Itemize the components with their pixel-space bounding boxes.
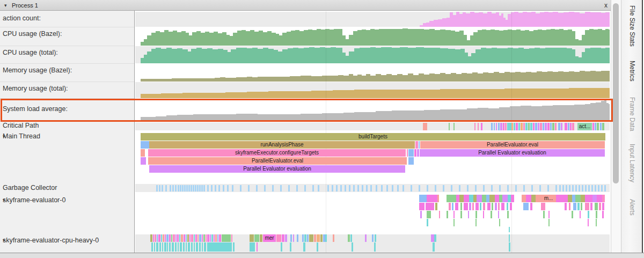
trace-slice[interactable] (162, 185, 163, 191)
trace-slice[interactable] (197, 185, 199, 191)
trace-slice[interactable] (187, 234, 189, 242)
trace-slice[interactable] (498, 203, 500, 210)
trace-slice[interactable] (595, 185, 596, 191)
trace-slice[interactable] (282, 234, 284, 242)
trace-slice[interactable] (561, 123, 562, 130)
trace-slice[interactable] (434, 234, 436, 242)
trace-slice[interactable] (559, 185, 561, 191)
trace-slice[interactable] (523, 185, 525, 191)
trace-slice[interactable] (318, 185, 319, 191)
trace-slice[interactable] (427, 195, 437, 202)
trace-slice[interactable] (507, 203, 508, 210)
trace-slice[interactable] (459, 195, 464, 202)
trace-slice[interactable] (211, 185, 213, 191)
trace-slice[interactable] (397, 185, 399, 191)
trace-slice[interactable] (202, 234, 203, 242)
trace-slice[interactable] (565, 203, 567, 210)
trace-slice[interactable] (453, 123, 455, 130)
trace-slice[interactable] (175, 242, 177, 252)
trace-slice[interactable] (596, 211, 597, 218)
trace-slice[interactable] (281, 242, 282, 252)
trace-slice[interactable] (201, 185, 203, 191)
trace-slice[interactable] (487, 203, 491, 210)
trace-slice[interactable] (474, 123, 475, 130)
trace-slice[interactable] (312, 185, 314, 191)
trace-slice[interactable] (350, 234, 352, 242)
trace-slice[interactable] (250, 234, 254, 242)
trace-slice[interactable] (186, 242, 187, 252)
trace-slice[interactable] (411, 185, 412, 191)
trace-slice[interactable] (317, 242, 318, 252)
trace-slice[interactable] (467, 185, 469, 191)
trace-slice[interactable] (155, 234, 156, 242)
trace-slice[interactable] (498, 123, 500, 130)
trace-slice[interactable] (186, 185, 188, 191)
trace-slice[interactable] (231, 234, 232, 242)
trace-slice[interactable] (250, 242, 255, 252)
trace-slice[interactable] (240, 185, 241, 191)
trace-slice[interactable] (435, 185, 436, 191)
trace-slice[interactable] (460, 211, 462, 218)
trace-slice[interactable] (420, 211, 422, 218)
trace-slice[interactable] (602, 195, 605, 202)
trace-slice[interactable] (161, 234, 162, 242)
trace-slice[interactable] (491, 123, 493, 130)
trace-slice[interactable] (196, 242, 198, 252)
trace-slice[interactable] (475, 185, 477, 191)
trace-slice[interactable] (547, 123, 550, 130)
trace-slice[interactable] (156, 185, 158, 191)
trace-slice[interactable] (523, 123, 525, 130)
trace-slice[interactable] (577, 203, 580, 210)
trace-slice-labeled[interactable]: m... (541, 195, 556, 202)
counter-track[interactable] (135, 64, 610, 82)
trace-slice[interactable] (352, 242, 353, 252)
trace-slice[interactable] (333, 234, 334, 242)
trace-slice[interactable] (184, 185, 186, 191)
trace-slice[interactable] (264, 185, 266, 191)
trace-slice[interactable] (581, 203, 582, 210)
trace-slice[interactable] (575, 195, 581, 202)
trace-slice[interactable] (469, 203, 471, 210)
trace-slice[interactable] (580, 211, 581, 218)
trace-slice[interactable] (464, 203, 468, 210)
trace-slice[interactable] (447, 195, 456, 202)
trace-slice[interactable] (478, 123, 479, 130)
trace-slice[interactable] (483, 203, 485, 210)
trace-slice[interactable] (588, 185, 590, 191)
trace-slice[interactable] (572, 185, 574, 191)
trace-slice[interactable] (540, 123, 542, 130)
trace-slice[interactable] (217, 234, 218, 242)
trace-slice[interactable] (495, 203, 497, 210)
trace-slice[interactable] (257, 242, 258, 252)
trace-slice[interactable] (327, 185, 329, 191)
trace-slice[interactable] (141, 157, 146, 165)
process-header[interactable]: ▾ Process 1 x (0, 0, 611, 11)
trace-slice[interactable] (177, 234, 179, 242)
trace-slice[interactable] (575, 185, 577, 191)
trace-slice[interactable] (304, 234, 306, 242)
trace-slice[interactable] (600, 123, 602, 130)
trace-slice[interactable] (207, 242, 232, 252)
trace-slice[interactable] (595, 123, 596, 130)
trace-slice[interactable] (392, 185, 393, 191)
trace-slice[interactable] (372, 234, 374, 242)
trace-slice[interactable] (276, 234, 281, 242)
trace-slice[interactable] (211, 234, 213, 242)
trace-slice[interactable] (588, 211, 589, 218)
trace-slice[interactable] (439, 211, 440, 218)
trace-slice[interactable] (475, 219, 477, 226)
trace-slice[interactable] (182, 185, 184, 191)
trace-slice[interactable] (293, 234, 294, 242)
trace-slice[interactable] (178, 185, 179, 191)
trace-slice[interactable] (317, 234, 320, 242)
trace-slice[interactable] (376, 185, 377, 191)
trace-slice[interactable] (345, 185, 346, 191)
trace-slice[interactable] (598, 185, 599, 191)
trace-slice[interactable] (460, 203, 462, 210)
trace-slice[interactable] (222, 234, 231, 242)
trace-slice[interactable] (332, 185, 333, 191)
trace-slice[interactable] (597, 123, 599, 130)
trace-slice[interactable] (477, 195, 482, 202)
trace-slice[interactable] (566, 185, 567, 191)
trace-slice[interactable] (494, 123, 495, 130)
